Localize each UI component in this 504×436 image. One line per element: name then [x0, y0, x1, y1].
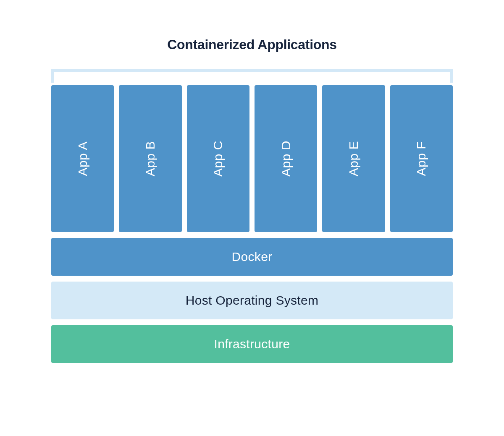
- docker-layer: Docker: [51, 238, 453, 276]
- app-label: App F: [414, 141, 428, 176]
- app-box-f: App F: [390, 85, 453, 232]
- apps-row: App A App B App C App D App E App F: [51, 85, 453, 232]
- app-box-d: App D: [255, 85, 317, 232]
- app-box-a: App A: [51, 85, 114, 232]
- app-box-c: App C: [187, 85, 249, 232]
- apps-bracket: [51, 69, 453, 83]
- app-label: App B: [143, 141, 158, 176]
- diagram-title: Containerized Applications: [167, 37, 337, 52]
- app-label: App C: [211, 141, 225, 177]
- infrastructure-layer: Infrastructure: [51, 325, 453, 363]
- app-label: App E: [346, 141, 361, 176]
- host-os-layer: Host Operating System: [51, 282, 453, 319]
- app-box-b: App B: [119, 85, 181, 232]
- app-box-e: App E: [322, 85, 385, 232]
- app-label: App D: [279, 141, 293, 177]
- app-label: App A: [76, 141, 90, 176]
